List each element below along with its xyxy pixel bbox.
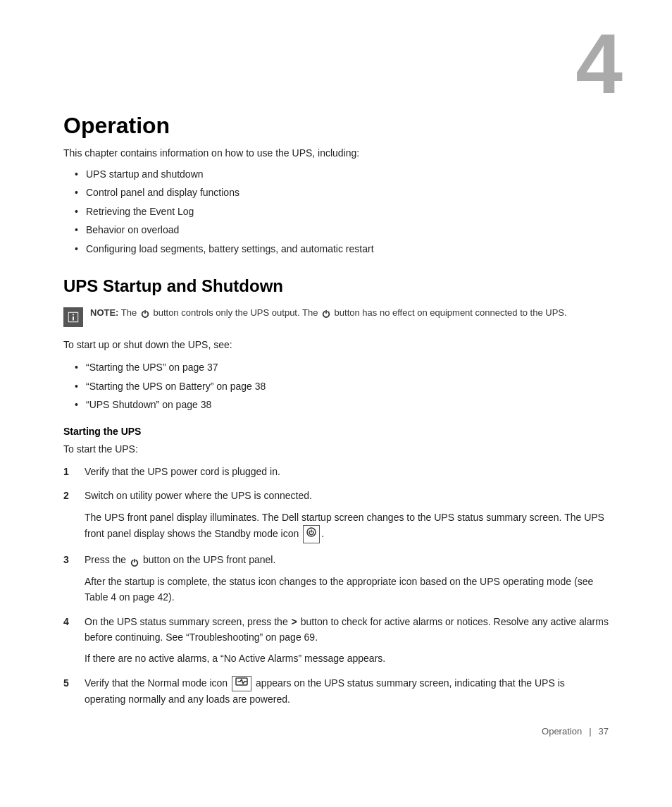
step-subpara-4: If there are no active alarms, a “No Act… — [85, 651, 609, 666]
subsection-title-starting-ups: Starting the UPS — [63, 426, 609, 437]
chapter-number: 4 — [575, 21, 623, 106]
step-4: 4 On the UPS status summary screen, pres… — [63, 614, 609, 667]
normal-mode-icon — [232, 676, 251, 691]
list-item: “Starting the UPS” on page 37 — [75, 359, 609, 375]
page-footer: Operation | 37 — [63, 726, 609, 737]
intro-bullet-list: UPS startup and shutdown Control panel a… — [63, 166, 609, 257]
footer-divider: | — [589, 726, 591, 737]
arrow-right-icon: > — [292, 614, 297, 629]
step-3: 3 Press the button on the UPS front pane… — [63, 552, 609, 605]
list-item: Behavior on overload — [75, 222, 609, 238]
step-num-2: 2 — [63, 488, 85, 503]
list-item: “Starting the UPS on Battery” on page 38 — [75, 378, 609, 394]
footer-page-number: 37 — [599, 726, 609, 737]
steps-list: 1 Verify that the UPS power cord is plug… — [63, 464, 609, 707]
section-title-ups-startup: UPS Startup and Shutdown — [63, 276, 609, 296]
step-content-4: On the UPS status summary screen, press … — [85, 614, 609, 667]
starting-ups-intro: To start the UPS: — [63, 441, 609, 457]
step-subpara-3: After the startup is complete, the statu… — [85, 574, 609, 605]
step-num-3: 3 — [63, 552, 85, 567]
step-num-5: 5 — [63, 675, 85, 691]
startup-bullet-list: “Starting the UPS” on page 37 “Starting … — [63, 359, 609, 412]
step-content-3: Press the button on the UPS front panel.… — [85, 552, 609, 605]
power-icon-step3 — [130, 556, 139, 566]
step-content-5: Verify that the Normal mode icon appears… — [85, 675, 609, 707]
note-icon — [63, 307, 83, 327]
step-5: 5 Verify that the Normal mode icon appea… — [63, 675, 609, 707]
list-item: Control panel and display functions — [75, 185, 609, 200]
startup-intro-text: To start up or shut down the UPS, see: — [63, 337, 609, 352]
step-content-1: Verify that the UPS power cord is plugge… — [85, 464, 609, 479]
power-icon-2 — [321, 309, 331, 319]
power-icon-1 — [140, 309, 150, 319]
step-content-2: Switch on utility power where the UPS is… — [85, 488, 609, 543]
step-num-4: 4 — [63, 614, 85, 629]
intro-text: This chapter contains information on how… — [63, 146, 609, 161]
standby-mode-icon — [303, 525, 320, 543]
step-subpara-2: The UPS front panel display illuminates.… — [85, 510, 609, 544]
list-item: “UPS Shutdown” on page 38 — [75, 397, 609, 412]
page-title: Operation — [63, 113, 609, 139]
note-text: NOTE: The button controls only the UPS o… — [90, 306, 567, 320]
step-2: 2 Switch on utility power where the UPS … — [63, 488, 609, 543]
step-text-1: Verify that the UPS power cord is plugge… — [85, 466, 280, 477]
step-text-2: Switch on utility power where the UPS is… — [85, 490, 312, 501]
note-box: NOTE: The button controls only the UPS o… — [63, 306, 609, 327]
list-item: Configuring load segments, battery setti… — [75, 241, 609, 257]
footer-section: Operation — [542, 726, 582, 737]
step-num-1: 1 — [63, 464, 85, 479]
step-1: 1 Verify that the UPS power cord is plug… — [63, 464, 609, 479]
list-item: UPS startup and shutdown — [75, 166, 609, 182]
note-label: NOTE: — [90, 307, 118, 318]
list-item: Retrieving the Event Log — [75, 204, 609, 219]
